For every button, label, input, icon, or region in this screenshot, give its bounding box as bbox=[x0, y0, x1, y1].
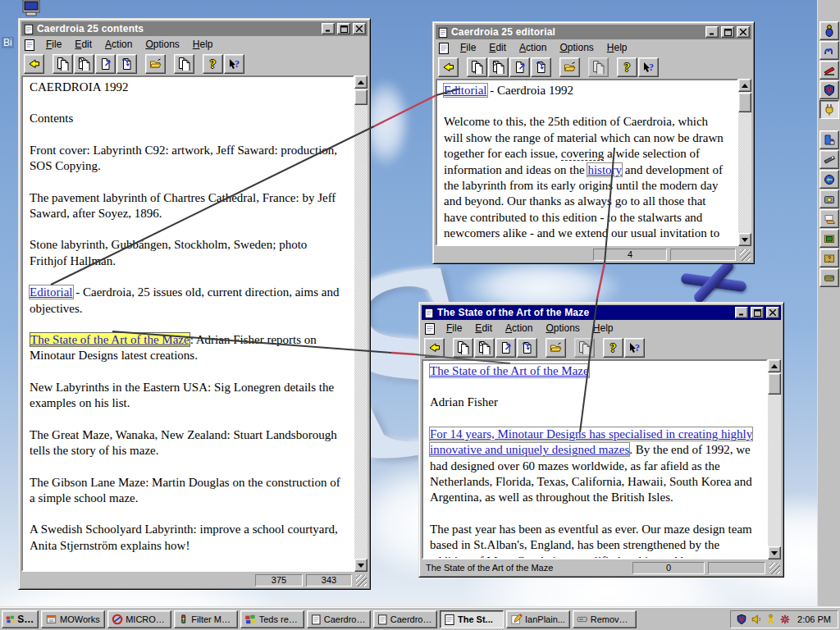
link-editorial[interactable]: Editorial bbox=[30, 285, 73, 299]
minimize-button[interactable] bbox=[735, 307, 748, 318]
disabled-network-icon[interactable] bbox=[779, 614, 791, 625]
vertical-scrollbar[interactable] bbox=[354, 75, 368, 572]
menu-help[interactable]: Help bbox=[186, 37, 220, 52]
back-button[interactable] bbox=[424, 338, 445, 358]
launcher-button-shield[interactable] bbox=[819, 80, 839, 99]
titlebar[interactable]: Caerdroia 25 contents bbox=[21, 21, 368, 36]
vertical-scrollbar[interactable] bbox=[738, 79, 751, 246]
copy-document-button[interactable] bbox=[453, 338, 473, 358]
document-text[interactable]: CAERDROIA 1992 Contents Front cover: Lab… bbox=[21, 75, 354, 572]
launcher-button-book-dn[interactable] bbox=[819, 229, 839, 248]
taskbar-item-teds[interactable]: Teds ren... bbox=[240, 610, 304, 628]
link-editorial[interactable]: Editorial bbox=[444, 84, 487, 97]
minimize-button[interactable] bbox=[705, 26, 719, 38]
menu-action[interactable]: Action bbox=[513, 40, 553, 56]
launcher-button-scanner[interactable] bbox=[819, 150, 839, 169]
scroll-down-button[interactable] bbox=[354, 559, 368, 572]
resize-grip[interactable] bbox=[769, 563, 780, 574]
volume-icon[interactable] bbox=[751, 614, 762, 625]
taskbar-item-state-of-the-art[interactable]: The St... bbox=[440, 610, 504, 628]
taskbar-item-removable[interactable]: Removab... bbox=[573, 610, 637, 628]
help-button[interactable]: ? bbox=[617, 57, 637, 77]
menu-file[interactable]: File bbox=[39, 37, 68, 52]
resize-grip[interactable] bbox=[740, 249, 751, 261]
open-folder-button[interactable] bbox=[145, 54, 166, 74]
launcher-button-boot-disk[interactable] bbox=[819, 130, 839, 149]
titlebar[interactable]: The State of the Art of the Maze bbox=[422, 305, 781, 320]
close-button[interactable] bbox=[737, 26, 750, 38]
scroll-down-button[interactable] bbox=[738, 233, 751, 246]
help-button[interactable]: ? bbox=[203, 54, 223, 74]
desktop-icon-label[interactable]: Bi bbox=[2, 37, 14, 48]
scroll-up-button[interactable] bbox=[768, 359, 781, 372]
menu-file[interactable]: File bbox=[454, 40, 482, 56]
taskbar-item-filter-manager[interactable]: Filter Man... bbox=[174, 610, 238, 628]
scrollbar-thumb[interactable] bbox=[354, 89, 368, 105]
open-folder-button[interactable] bbox=[546, 338, 566, 358]
end-link-button[interactable] bbox=[531, 57, 551, 77]
launcher-button-stapler[interactable] bbox=[819, 61, 839, 80]
titlebar[interactable]: Caerdroia 25 editorial bbox=[436, 25, 751, 39]
menu-action[interactable]: Action bbox=[98, 37, 139, 52]
taskbar-clock[interactable]: 2:06 PM bbox=[797, 614, 831, 624]
scroll-up-button[interactable] bbox=[354, 75, 368, 89]
launcher-button-camera[interactable] bbox=[819, 189, 839, 208]
link-state-of-the-art-heading[interactable]: The State of the Art of the Maze bbox=[430, 364, 589, 377]
taskbar-item-ianplain[interactable]: IanPlain... bbox=[506, 610, 570, 628]
launcher-button-wallet[interactable] bbox=[819, 268, 839, 287]
open-folder-button[interactable] bbox=[559, 57, 580, 77]
copy-button[interactable] bbox=[588, 57, 609, 77]
menu-edit[interactable]: Edit bbox=[468, 321, 499, 336]
scrollbar-thumb[interactable] bbox=[768, 373, 781, 395]
close-button[interactable] bbox=[353, 23, 366, 34]
link-history[interactable]: history bbox=[587, 163, 622, 176]
start-link-button[interactable] bbox=[95, 54, 116, 74]
taskbar-item-caerdroia-1[interactable]: Caerdroia... bbox=[307, 610, 371, 628]
launcher-button-book-question[interactable] bbox=[819, 249, 839, 267]
taskbar-item-caerdroia-2[interactable]: Caerdroia... bbox=[373, 610, 437, 628]
launcher-button-plug[interactable] bbox=[819, 100, 839, 119]
menu-file[interactable]: File bbox=[440, 321, 468, 336]
maximize-button[interactable] bbox=[721, 26, 734, 38]
scroll-down-button[interactable] bbox=[768, 546, 781, 559]
launcher-button-bug[interactable] bbox=[819, 21, 839, 40]
end-link-button[interactable] bbox=[517, 338, 537, 358]
start-button[interactable]: Start bbox=[2, 610, 39, 628]
menu-options[interactable]: Options bbox=[139, 37, 185, 52]
launcher-button-microcosm[interactable] bbox=[819, 41, 839, 60]
walking-person-icon[interactable] bbox=[765, 614, 776, 625]
document-text[interactable]: Editorial - Caerdroia 1992 Welcome to th… bbox=[436, 79, 738, 246]
vertical-scrollbar[interactable] bbox=[768, 359, 781, 559]
link-covering[interactable]: covering bbox=[561, 147, 604, 161]
start-link-button[interactable] bbox=[495, 338, 516, 358]
launcher-button-disk-swap[interactable] bbox=[819, 170, 839, 189]
context-help-button[interactable]: ? bbox=[224, 54, 244, 74]
help-button[interactable]: ? bbox=[603, 338, 623, 358]
menu-options[interactable]: Options bbox=[539, 321, 586, 336]
scroll-up-button[interactable] bbox=[738, 79, 751, 92]
replace-document-button[interactable] bbox=[488, 57, 509, 77]
maximize-button[interactable] bbox=[337, 23, 350, 34]
context-help-button[interactable]: ? bbox=[638, 57, 659, 77]
start-link-button[interactable] bbox=[509, 57, 530, 77]
copy-button[interactable] bbox=[174, 54, 194, 74]
close-button[interactable] bbox=[766, 307, 779, 318]
menu-options[interactable]: Options bbox=[553, 40, 600, 56]
copy-document-button[interactable] bbox=[467, 57, 487, 77]
back-button[interactable] bbox=[438, 57, 459, 77]
menu-action[interactable]: Action bbox=[499, 321, 539, 336]
link-state-of-the-art[interactable]: The State of the Art of the Maze bbox=[30, 332, 190, 347]
scrollbar-thumb[interactable] bbox=[738, 93, 751, 112]
antivirus-shield-icon[interactable] bbox=[736, 614, 747, 625]
replace-document-button[interactable] bbox=[74, 54, 94, 74]
copy-document-button[interactable] bbox=[52, 54, 73, 74]
replace-document-button[interactable] bbox=[474, 338, 495, 358]
menu-help[interactable]: Help bbox=[600, 40, 634, 56]
menu-edit[interactable]: Edit bbox=[482, 40, 513, 56]
end-link-button[interactable] bbox=[116, 54, 137, 74]
context-help-button[interactable]: ? bbox=[624, 338, 645, 358]
minimize-button[interactable] bbox=[322, 23, 335, 34]
document-text[interactable]: The State of the Art of the Maze Adrian … bbox=[422, 359, 768, 559]
copy-button[interactable] bbox=[574, 338, 595, 358]
taskbar-item-microcosm[interactable]: MICROC... bbox=[107, 610, 171, 628]
